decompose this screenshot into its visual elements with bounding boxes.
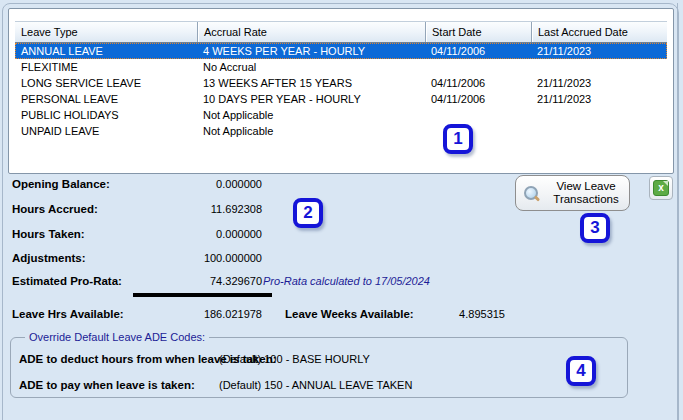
table-row-annual-leave[interactable]: ANNUAL LEAVE 4 WEEKS PER YEAR - HOURLY 0… xyxy=(15,43,667,59)
cell-start-date: 04/11/2006 xyxy=(425,91,531,107)
pro-rata-note: Pro-Rata calculated to 17/05/2024 xyxy=(263,274,430,288)
magnifier-icon xyxy=(524,186,539,201)
estimated-pro-rata-value: 74.329670 xyxy=(130,274,262,288)
ade-deduct-value: (Default) 100 - BASE HOURLY xyxy=(219,352,370,366)
override-ade-codes-group: Override Default Leave ADE Codes: ADE to… xyxy=(10,337,628,398)
summary-row-opening-balance: Opening Balance: 0.000000 xyxy=(0,177,520,191)
hours-accrued-label: Hours Accrued: xyxy=(12,202,98,216)
cell-accrual-rate: Not Applicable xyxy=(197,123,425,139)
cell-start-date: 04/11/2006 xyxy=(425,43,531,59)
cell-leave-type: FLEXITIME xyxy=(15,59,197,75)
table-row-public-holidays[interactable]: PUBLIC HOLIDAYS Not Applicable xyxy=(15,107,667,123)
summary-row-adjustments: Adjustments: 100.000000 xyxy=(0,251,520,265)
cell-accrual-rate: Not Applicable xyxy=(197,107,425,123)
leave-weeks-available-value: 4.895315 xyxy=(400,307,505,321)
column-header-last-accrued-date[interactable]: Last Accrued Date xyxy=(531,22,667,42)
estimated-pro-rata-label: Estimated Pro-Rata: xyxy=(12,274,122,288)
table-row-personal-leave[interactable]: PERSONAL LEAVE 10 DAYS PER YEAR - HOURLY… xyxy=(15,91,667,107)
column-header-start-date[interactable]: Start Date xyxy=(425,22,531,42)
table-row-unpaid-leave[interactable]: UNPAID LEAVE Not Applicable xyxy=(15,123,667,139)
leave-weeks-available-label: Leave Weeks Available: xyxy=(285,307,414,321)
grid-header: Leave Type Accrual Rate Start Date Last … xyxy=(15,21,667,43)
availability-row: Leave Hrs Available: 186.021978 Leave We… xyxy=(0,307,560,321)
cell-last-accrued-date: 21/11/2023 xyxy=(531,91,667,107)
ade-deduct-row: ADE to deduct hours from when leave is t… xyxy=(11,352,627,366)
opening-balance-value: 0.000000 xyxy=(130,177,262,191)
table-row-flexitime[interactable]: FLEXITIME No Accrual xyxy=(15,59,667,75)
total-divider-line xyxy=(133,293,272,297)
column-header-accrual-rate[interactable]: Accrual Rate xyxy=(197,22,425,42)
override-ade-codes-legend: Override Default Leave ADE Codes: xyxy=(25,331,209,343)
hours-taken-value: 0.000000 xyxy=(130,227,262,241)
annotation-callout-4: 4 xyxy=(566,356,596,386)
cell-start-date xyxy=(425,59,531,75)
cell-last-accrued-date xyxy=(531,107,667,123)
summary-row-hours-accrued: Hours Accrued: 11.692308 xyxy=(0,202,520,216)
cell-accrual-rate: No Accrual xyxy=(197,59,425,75)
summary-row-hours-taken: Hours Taken: 0.000000 xyxy=(0,227,520,241)
annotation-callout-1: 1 xyxy=(443,124,473,154)
window-right-border xyxy=(677,3,678,420)
cell-start-date xyxy=(425,123,531,139)
cell-leave-type: ANNUAL LEAVE xyxy=(15,43,197,59)
cell-leave-type: LONG SERVICE LEAVE xyxy=(15,75,197,91)
view-leave-transactions-label: View Leave Transactions xyxy=(546,180,626,206)
opening-balance-label: Opening Balance: xyxy=(12,177,110,191)
excel-export-icon: x xyxy=(653,180,669,196)
column-header-leave-type[interactable]: Leave Type xyxy=(15,22,197,42)
table-row-long-service-leave[interactable]: LONG SERVICE LEAVE 13 WEEKS AFTER 15 YEA… xyxy=(15,75,667,91)
ade-pay-row: ADE to pay when leave is taken: (Default… xyxy=(11,378,627,392)
export-to-excel-button[interactable]: x xyxy=(649,176,673,200)
annotation-callout-3: 3 xyxy=(580,213,610,243)
cell-leave-type: PUBLIC HOLIDAYS xyxy=(15,107,197,123)
adjustments-label: Adjustments: xyxy=(12,251,85,265)
leave-hrs-available-value: 186.021978 xyxy=(130,307,262,321)
annotation-callout-2: 2 xyxy=(293,198,323,228)
leave-types-panel: Leave Type Accrual Rate Start Date Last … xyxy=(8,8,674,174)
cell-last-accrued-date xyxy=(531,59,667,75)
leave-details-screen: Leave Type Accrual Rate Start Date Last … xyxy=(0,0,683,420)
cell-accrual-rate: 13 WEEKS AFTER 15 YEARS xyxy=(197,75,425,91)
ade-pay-label: ADE to pay when leave is taken: xyxy=(19,378,195,392)
leave-types-grid: Leave Type Accrual Rate Start Date Last … xyxy=(15,21,667,139)
cell-leave-type: PERSONAL LEAVE xyxy=(15,91,197,107)
leave-hrs-available-label: Leave Hrs Available: xyxy=(12,307,124,321)
cell-last-accrued-date xyxy=(531,123,667,139)
cell-last-accrued-date: 21/11/2023 xyxy=(531,43,667,59)
summary-row-estimated-pro-rata: Estimated Pro-Rata: 74.329670 xyxy=(0,274,520,288)
cell-start-date: 04/11/2006 xyxy=(425,75,531,91)
cell-accrual-rate: 4 WEEKS PER YEAR - HOURLY xyxy=(197,43,425,59)
cell-accrual-rate: 10 DAYS PER YEAR - HOURLY xyxy=(197,91,425,107)
view-leave-transactions-button[interactable]: View Leave Transactions xyxy=(515,175,630,211)
hours-taken-label: Hours Taken: xyxy=(12,227,85,241)
ade-pay-value: (Default) 150 - ANNUAL LEAVE TAKEN xyxy=(219,378,412,392)
cell-leave-type: UNPAID LEAVE xyxy=(15,123,197,139)
hours-accrued-value: 11.692308 xyxy=(130,202,262,216)
cell-start-date xyxy=(425,107,531,123)
cell-last-accrued-date: 21/11/2023 xyxy=(531,75,667,91)
adjustments-value: 100.000000 xyxy=(130,251,262,265)
